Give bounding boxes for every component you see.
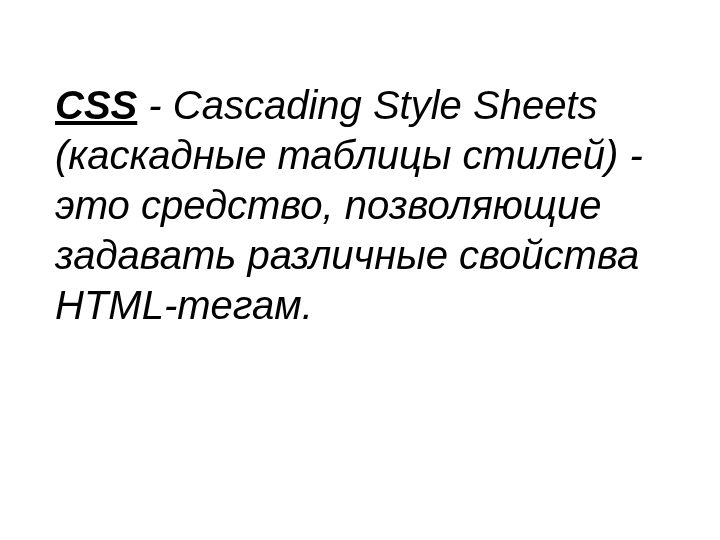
definition-separator: - — [137, 83, 173, 127]
definition-paragraph: CSS - Cascading Style Sheets (каскадные … — [55, 80, 680, 330]
definition-term: CSS — [55, 83, 137, 127]
